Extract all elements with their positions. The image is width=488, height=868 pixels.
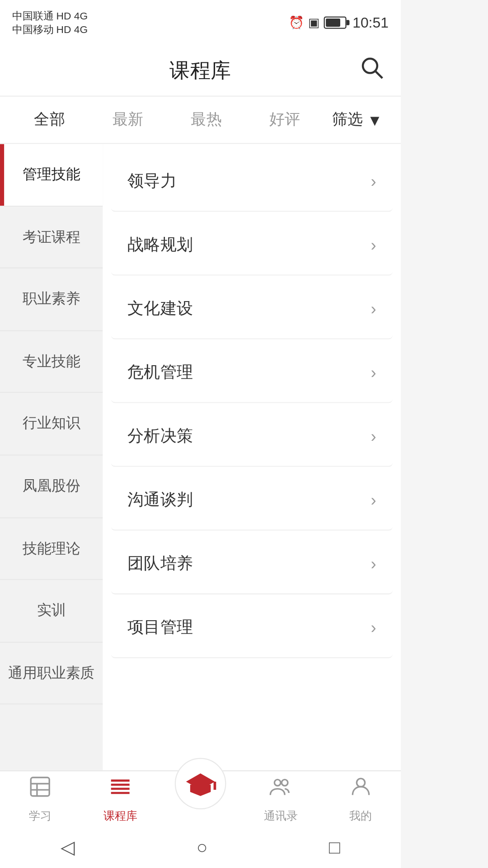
sidebar-item-professional-skills[interactable]: 专业技能 [0,331,103,393]
nav-courses-label: 课程库 [103,808,137,824]
list-item[interactable]: 领导力 › [111,152,393,212]
svg-point-15 [357,778,365,787]
bottom-nav: 学习 课程库 [0,770,401,827]
chevron-right-icon: › [371,618,376,637]
nav-item-contacts[interactable]: 通讯录 [240,768,320,830]
chevron-right-icon: › [371,300,376,318]
chevron-right-icon: › [371,236,376,255]
status-right: ⏰ ▣ 10:51 [289,14,389,31]
filter-bar: 全部 最新 最热 好评 筛选 ▼ [0,97,401,144]
contacts-icon [268,774,293,805]
sidebar-item-management-skills[interactable]: 管理技能 [0,144,103,206]
recent-button[interactable]: □ [329,837,340,859]
svg-line-1 [375,71,382,78]
book-icon [28,774,52,805]
main-content: 管理技能 考证课程 职业素养 专业技能 行业知识 凤凰股份 技能理论 实训 通用… [0,144,401,770]
list-item[interactable]: 战略规划 › [111,216,393,276]
tab-all[interactable]: 全部 [10,98,89,142]
sidebar-item-fenghuang[interactable]: 凤凰股份 [0,456,103,518]
svg-point-0 [363,58,377,73]
sidebar-item-training[interactable]: 实训 [0,580,103,642]
chevron-right-icon: › [371,491,376,509]
list-item[interactable]: 危机管理 › [111,344,393,403]
tab-praised[interactable]: 好评 [245,98,324,142]
sidebar-item-industry-knowledge[interactable]: 行业知识 [0,393,103,456]
list-item[interactable]: 沟通谈判 › [111,471,393,531]
subcategory-list: 领导力 › 战略规划 › 文化建设 › 危机管理 › 分析决策 › 沟通谈判 ›… [103,144,401,770]
list-item[interactable]: 团队培养 › [111,535,393,594]
svg-point-13 [274,779,281,786]
alarm-icon: ⏰ [289,15,304,30]
search-button[interactable] [360,55,385,86]
status-bar: 中国联通 HD 4G 中国移动 HD 4G ⏰ ▣ 10:51 [0,0,401,45]
list-item[interactable]: 分析决策 › [111,407,393,467]
battery-icon [324,16,346,28]
category-sidebar: 管理技能 考证课程 职业素养 专业技能 行业知识 凤凰股份 技能理论 实训 通用… [0,144,103,770]
nav-item-center[interactable] [160,767,240,831]
chevron-right-icon: › [371,427,376,446]
nav-contacts-label: 通讯录 [264,808,298,824]
svg-rect-2 [31,778,49,796]
filter-label: 筛选 [332,110,363,129]
tab-hottest[interactable]: 最热 [167,98,246,142]
tab-newest[interactable]: 最新 [89,98,167,142]
sidebar-item-general-career[interactable]: 通用职业素质 [0,642,103,705]
page-title: 课程库 [169,57,231,84]
sidebar-item-career-quality[interactable]: 职业素养 [0,269,103,331]
menu-icon [108,774,133,805]
header: 课程库 [0,45,401,97]
nav-item-mine[interactable]: 我的 [321,768,401,830]
nav-mine-label: 我的 [349,808,372,824]
time-display: 10:51 [352,14,389,31]
sidebar-item-certification[interactable]: 考证课程 [0,206,103,269]
carrier2: 中国移动 HD 4G [12,23,88,36]
chevron-right-icon: › [371,555,376,573]
nav-study-label: 学习 [29,808,52,824]
svg-point-14 [282,779,288,786]
nav-item-courses[interactable]: 课程库 [80,768,160,830]
filter-icon: ▼ [367,111,382,129]
filter-button[interactable]: 筛选 ▼ [324,110,391,129]
graduation-cap-button[interactable] [175,758,226,810]
home-button[interactable]: ○ [197,837,208,859]
back-button[interactable]: ◁ [61,836,75,859]
svg-marker-11 [190,785,211,796]
carrier1: 中国联通 HD 4G [12,9,88,23]
system-nav: ◁ ○ □ [0,827,401,868]
chevron-right-icon: › [371,172,376,191]
list-item[interactable]: 文化建设 › [111,280,393,340]
list-item[interactable]: 项目管理 › [111,599,393,658]
sim-icon: ▣ [308,15,319,30]
nav-item-study[interactable]: 学习 [0,768,80,830]
person-icon [348,774,373,805]
sidebar-item-skills-theory[interactable]: 技能理论 [0,518,103,580]
carrier-info: 中国联通 HD 4G 中国移动 HD 4G [12,9,88,36]
chevron-right-icon: › [371,363,376,382]
